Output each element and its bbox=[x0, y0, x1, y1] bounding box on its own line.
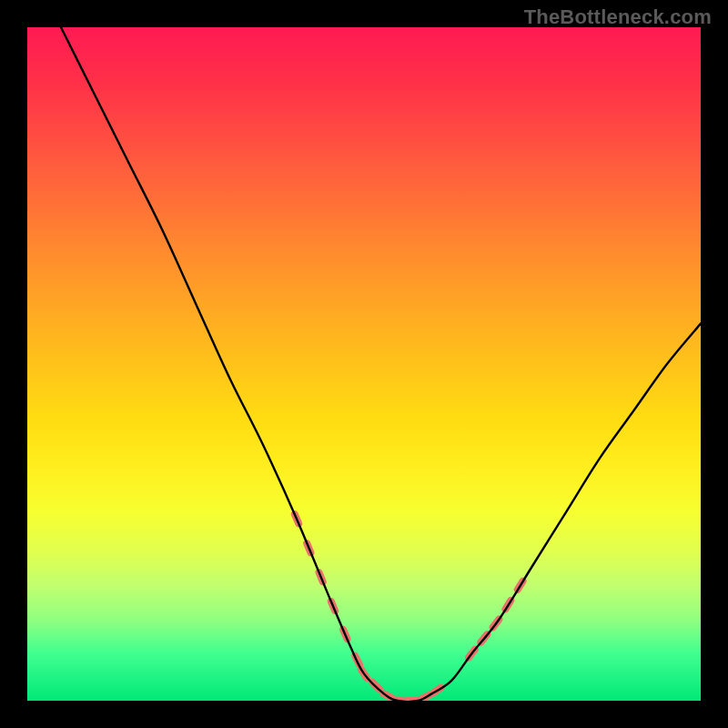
bottleneck-curve-svg bbox=[27, 27, 701, 701]
bottleneck-curve-path bbox=[61, 27, 701, 701]
highlight-markers bbox=[295, 514, 523, 701]
plot-area bbox=[27, 27, 701, 701]
attribution-watermark: TheBottleneck.com bbox=[524, 5, 712, 29]
chart-frame: TheBottleneck.com bbox=[0, 0, 728, 728]
